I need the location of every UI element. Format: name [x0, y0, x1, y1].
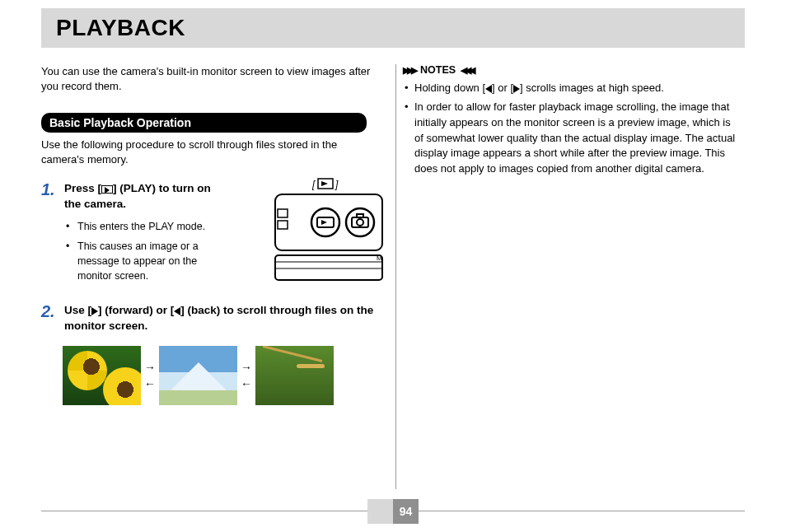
- page-number-box: 94: [367, 499, 419, 524]
- svg-text:M: M: [377, 254, 382, 262]
- svg-marker-6: [321, 181, 328, 186]
- svg-text:[: [: [311, 179, 316, 190]
- intro-text: You can use the camera's built-in monito…: [41, 64, 371, 93]
- step1-bullet: This causes an image or a message to app…: [64, 239, 213, 283]
- notes-label: NOTES: [420, 64, 456, 76]
- step-2: 2. Use [] (forward) or [] (back) to scro…: [41, 303, 383, 334]
- svg-point-13: [346, 208, 374, 236]
- arrow-right-icon: →: [241, 362, 252, 373]
- page-footer: 94: [41, 499, 745, 524]
- thumbnail-row: → ← → ←: [63, 346, 383, 405]
- note-item: Holding down [] or [] scrolls images at …: [403, 81, 737, 96]
- thumbnail-image: [255, 346, 334, 405]
- step1-text-a: Press [: [64, 182, 101, 194]
- section-description: Use the following procedure to scroll th…: [41, 138, 371, 166]
- arrow-right-icon: →: [144, 362, 156, 373]
- forward-key-icon: [91, 307, 98, 315]
- back-key-icon: [485, 85, 492, 93]
- note1-c: ] scrolls images at high speed.: [520, 82, 664, 94]
- step1-bullet: This enters the PLAY mode.: [64, 219, 213, 234]
- step-number: 2.: [41, 303, 64, 334]
- svg-rect-1: [275, 255, 382, 280]
- note1-b: ] or [: [492, 82, 513, 94]
- scroll-arrows: → ←: [144, 362, 156, 390]
- page-box-left: [367, 499, 393, 524]
- step-body: Use [] (forward) or [] (back) to scroll …: [64, 303, 383, 334]
- arrow-left-icon: ←: [241, 378, 252, 390]
- right-column: ▶▶▶ NOTES ◀◀◀ Holding down [] or [] scro…: [403, 64, 745, 494]
- camera-diagram: [ ] M: [274, 176, 383, 282]
- chevrons-left-icon: ◀◀◀: [461, 65, 473, 76]
- step-number: 1.: [41, 181, 64, 288]
- step-1: 1. Press [] (PLAY) to turn on the camera…: [41, 181, 383, 288]
- arrow-left-icon: ←: [144, 378, 156, 390]
- step2-text-b: ] (forward) or [: [98, 304, 174, 316]
- step-heading: Use [] (forward) or [] (back) to scroll …: [64, 303, 383, 334]
- page-title: PLAYBACK: [56, 15, 185, 41]
- step-heading: Press [] (PLAY) to turn on the camera.: [64, 181, 213, 212]
- title-bar: PLAYBACK: [41, 8, 745, 48]
- content-columns: You can use the camera's built-in monito…: [41, 64, 745, 494]
- notes-list: Holding down [] or [] scrolls images at …: [403, 81, 745, 177]
- chevrons-right-icon: ▶▶▶: [403, 65, 415, 76]
- forward-key-icon: [513, 85, 520, 93]
- note1-a: Holding down [: [414, 82, 485, 94]
- step2-text-a: Use [: [64, 304, 91, 316]
- scroll-arrows: → ←: [241, 362, 252, 390]
- notes-heading: ▶▶▶ NOTES ◀◀◀: [403, 64, 745, 76]
- column-divider: [395, 64, 396, 489]
- play-icon: [101, 185, 113, 194]
- page-number: 94: [393, 499, 419, 524]
- note-item: In order to allow for faster playback im…: [403, 100, 737, 177]
- section-heading: Basic Playback Operation: [41, 113, 367, 133]
- svg-text:]: ]: [335, 179, 339, 190]
- manual-page: PLAYBACK You can use the camera's built-…: [0, 0, 786, 532]
- thumbnail-image: [159, 346, 237, 405]
- left-column: You can use the camera's built-in monito…: [41, 64, 383, 494]
- thumbnail-image: [63, 346, 141, 405]
